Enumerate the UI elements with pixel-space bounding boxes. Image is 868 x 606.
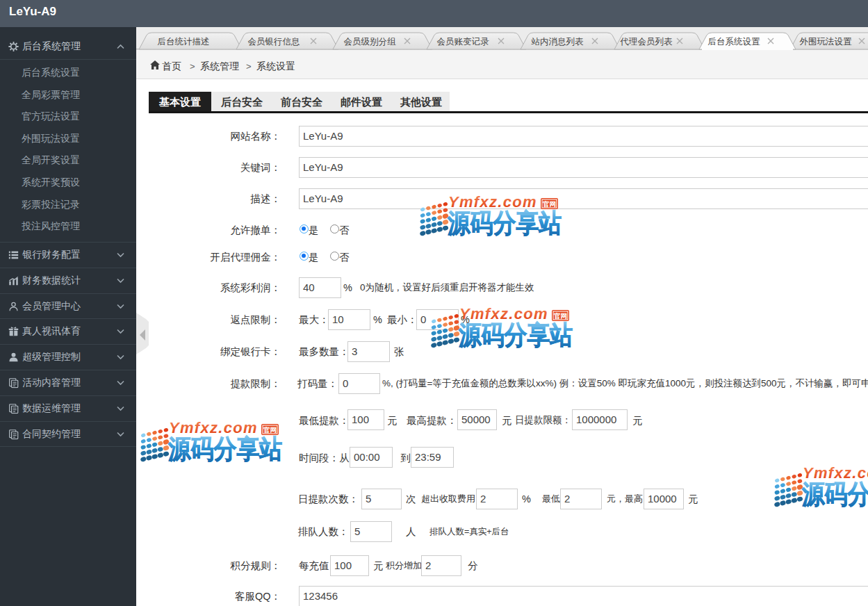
svg-text:代理会员列表: 代理会员列表 [620,37,673,47]
svg-text:源码分享站: 源码分享站 [447,208,562,236]
svg-text:源码分享站: 源码分享站 [167,434,282,462]
svg-text:官网: 官网 [263,426,277,434]
svg-text:会员银行信息: 会员银行信息 [248,37,300,47]
svg-text:会员账变记录: 会员账变记录 [437,37,490,47]
svg-text:官网: 官网 [543,200,556,208]
svg-text:会员级别分组: 会员级别分组 [344,37,397,47]
svg-text:源码分享站: 源码分享站 [458,320,573,348]
svg-text:外围玩法设置: 外围玩法设置 [800,37,853,47]
svg-text:官网: 官网 [554,312,567,320]
svg-text:站内消息列表: 站内消息列表 [532,37,584,47]
svg-text:后台统计描述: 后台统计描述 [158,37,210,47]
svg-text:源码分享站: 源码分享站 [801,480,868,507]
svg-text:后台系统设置: 后台系统设置 [708,37,761,47]
